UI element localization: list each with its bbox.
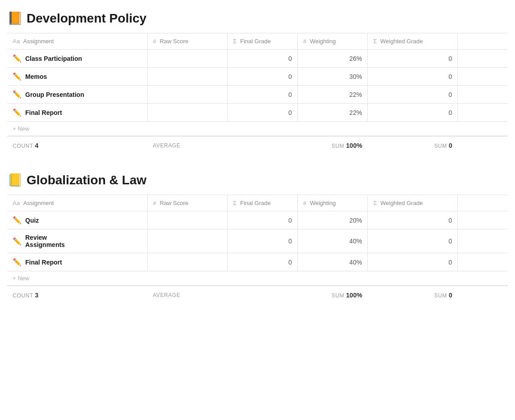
assignment-name-text: Class Participation	[25, 55, 82, 62]
sum-weighting-label: SUM	[332, 143, 344, 149]
cell-weighted-grade: 0	[368, 50, 458, 68]
new-row-button[interactable]: + New	[7, 271, 508, 286]
table-row[interactable]: ✏️Group Presentation022%0	[7, 86, 508, 104]
average-label: AVERAGE	[153, 142, 180, 149]
cell-raw-score[interactable]	[147, 86, 228, 104]
cell-extra	[458, 68, 508, 86]
cell-raw-score[interactable]	[147, 68, 228, 86]
new-row-button[interactable]: + New	[7, 122, 508, 137]
cell-weighted-grade: 0	[368, 211, 458, 229]
assignment-emoji: ✏️	[13, 216, 22, 224]
section-title-text: Globalization & Law	[27, 173, 146, 187]
sum-weighted-label: SUM	[434, 292, 447, 299]
sum-weighted-value: 0	[449, 142, 452, 149]
table-row[interactable]: ✏️Final Report022%0	[7, 104, 508, 122]
cell-weighting: 40%	[297, 229, 368, 253]
cell-weighting: 22%	[297, 86, 368, 104]
cell-weighting: 26%	[297, 50, 368, 68]
sum-weighting-value: 100%	[346, 292, 362, 299]
section-development-policy: 📙Development PolicyAa Assignment# Raw Sc…	[7, 11, 508, 155]
sum-weighting-label: SUM	[332, 292, 344, 299]
assignment-name-text: Quiz	[25, 217, 39, 224]
section-emoji: 📒	[7, 173, 23, 187]
section-globalization-law: 📒Globalization & LawAa Assignment# Raw S…	[7, 173, 508, 304]
section-title: 📒Globalization & Law	[7, 173, 508, 187]
summary-sum-weighted: SUM 0	[368, 136, 458, 155]
assignment-emoji: ✏️	[13, 54, 22, 63]
sum-weighting-value: 100%	[346, 142, 362, 149]
summary-row: COUNT 4AVERAGESUM 100%SUM 0	[7, 136, 508, 155]
cell-weighting: 20%	[297, 211, 368, 229]
th-final-grade: Σ Final Grade	[228, 33, 298, 50]
summary-empty	[228, 136, 298, 155]
table-globalization-law: Aa Assignment# Raw ScoreΣ Final Grade# W…	[7, 195, 508, 304]
cell-assignment: ✏️Review Assignments	[7, 229, 147, 253]
cell-extra	[458, 253, 508, 271]
th-icon-2: Σ	[233, 200, 238, 206]
assignment-name-text: Review Assignments	[25, 234, 65, 248]
th-weighted-grade: Σ Weighted Grade	[368, 195, 458, 211]
count-value: 4	[35, 142, 38, 149]
cell-assignment: ✏️Group Presentation	[7, 86, 147, 104]
new-row-label[interactable]: + New	[7, 122, 508, 137]
assignment-name-text: Final Report	[25, 259, 62, 266]
cell-final-grade: 0	[228, 50, 298, 68]
th-icon-0: Aa	[13, 200, 22, 206]
cell-raw-score[interactable]	[147, 229, 228, 253]
section-title-text: Development Policy	[27, 11, 146, 26]
table-row[interactable]: ✏️Memos030%0	[7, 68, 508, 86]
cell-raw-score[interactable]	[147, 104, 228, 122]
page: 📙Development PolicyAa Assignment# Raw Sc…	[0, 11, 515, 304]
summary-sum-weighting: SUM 100%	[297, 136, 368, 155]
cell-weighted-grade: 0	[368, 253, 458, 271]
cell-assignment: ✏️Final Report	[7, 253, 147, 271]
th-raw-score: # Raw Score	[147, 33, 228, 50]
table-row[interactable]: ✏️Quiz020%0	[7, 211, 508, 229]
th-icon-3: #	[303, 200, 308, 206]
section-title: 📙Development Policy	[7, 11, 508, 26]
cell-extra	[458, 229, 508, 253]
th-icon-2: Σ	[233, 38, 238, 45]
th-icon-4: Σ	[373, 200, 378, 206]
table-row[interactable]: ✏️Review Assignments040%0	[7, 229, 508, 253]
count-label: COUNT	[13, 143, 33, 149]
average-label: AVERAGE	[153, 292, 180, 298]
assignment-emoji: ✏️	[13, 237, 22, 246]
cell-weighted-grade: 0	[368, 229, 458, 253]
table-row[interactable]: ✏️Final Report040%0	[7, 253, 508, 271]
cell-weighting: 30%	[297, 68, 368, 86]
sum-weighted-value: 0	[449, 292, 452, 299]
th-icon-1: #	[153, 200, 158, 206]
assignment-name-text: Final Report	[25, 109, 62, 116]
th-assignment: Aa Assignment	[7, 33, 147, 50]
count-label: COUNT	[13, 292, 33, 299]
cell-extra	[458, 50, 508, 68]
summary-extra	[458, 286, 508, 304]
summary-extra	[458, 136, 508, 155]
count-value: 3	[35, 292, 38, 299]
th-assignment: Aa Assignment	[7, 195, 147, 211]
cell-raw-score[interactable]	[147, 50, 228, 68]
summary-average: AVERAGE	[147, 136, 228, 155]
cell-final-grade: 0	[228, 104, 298, 122]
new-row-label[interactable]: + New	[7, 271, 508, 286]
cell-final-grade: 0	[228, 86, 298, 104]
assignment-emoji: ✏️	[13, 90, 22, 99]
cell-weighted-grade: 0	[368, 68, 458, 86]
summary-count: COUNT 3	[7, 286, 147, 304]
cell-raw-score[interactable]	[147, 253, 228, 271]
summary-count: COUNT 4	[7, 136, 147, 155]
th-weighted-grade: Σ Weighted Grade	[368, 33, 458, 50]
cell-final-grade: 0	[228, 253, 298, 271]
th-icon-3: #	[303, 38, 308, 45]
th-final-grade: Σ Final Grade	[228, 195, 298, 211]
summary-average: AVERAGE	[147, 286, 228, 304]
th-icon-0: Aa	[13, 38, 22, 45]
cell-assignment: ✏️Memos	[7, 68, 147, 86]
cell-raw-score[interactable]	[147, 211, 228, 229]
sum-weighted-label: SUM	[434, 143, 447, 149]
th-raw-score: # Raw Score	[147, 195, 228, 211]
assignment-name-text: Group Presentation	[25, 91, 84, 98]
table-row[interactable]: ✏️Class Participation026%0	[7, 50, 508, 68]
assignment-emoji: ✏️	[13, 108, 22, 117]
